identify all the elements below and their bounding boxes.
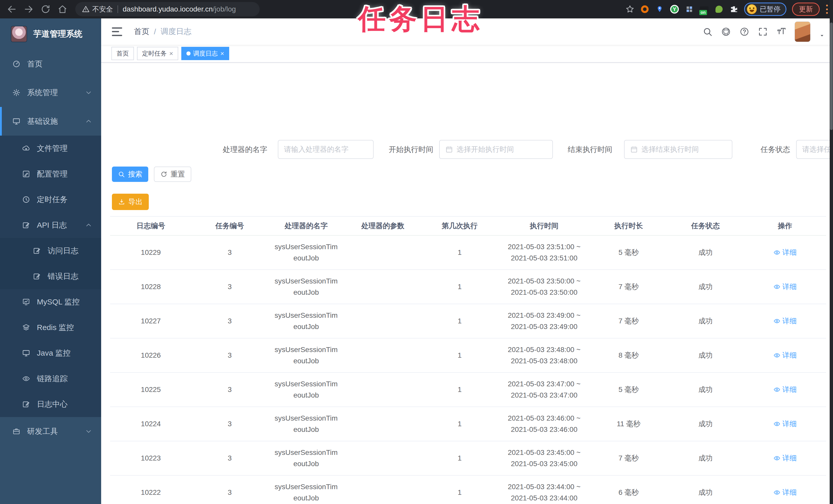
cell-param	[344, 304, 421, 338]
extensions-puzzle-icon[interactable]	[729, 5, 738, 14]
monitor-icon	[22, 349, 30, 357]
layers-icon	[22, 323, 30, 332]
sidebar-item-system-mgmt[interactable]: 系统管理	[0, 78, 101, 107]
tag-close-icon[interactable]: ×	[169, 50, 173, 57]
forward-icon[interactable]	[24, 4, 34, 14]
breadcrumb-current: 调度日志	[161, 26, 191, 37]
sidebar-item-label: 访问日志	[48, 246, 78, 256]
header-actions	[703, 19, 825, 45]
sidebar-item-label: 系统管理	[27, 87, 58, 98]
ext-grid-icon[interactable]	[685, 5, 694, 14]
avatar-caret-down-icon[interactable]	[819, 32, 825, 39]
bookmark-star-icon[interactable]	[625, 5, 635, 14]
reset-button[interactable]: 重置	[154, 167, 191, 182]
user-avatar[interactable]	[794, 22, 810, 42]
app-logo-row[interactable]: 芋道管理系统	[0, 19, 101, 50]
scrollbar-thumb[interactable]	[830, 23, 833, 130]
detail-link[interactable]: 详细	[774, 247, 797, 258]
help-icon[interactable]	[739, 27, 749, 37]
page-scrollbar[interactable]	[830, 0, 833, 504]
tag-close-icon[interactable]: ×	[220, 50, 224, 57]
sidebar-item-log-center[interactable]: 日志中心	[0, 392, 101, 417]
home-icon[interactable]	[57, 4, 68, 14]
sidebar-item-dev-tools[interactable]: 研发工具	[0, 417, 101, 446]
table-row: 102263sysUserSessionTimeoutJob12021-05-0…	[110, 338, 826, 373]
sidebar-item-error-log[interactable]: 错误日志	[0, 263, 101, 289]
browser-menu-icon[interactable]	[825, 4, 828, 15]
not-secure-label: 不安全	[92, 5, 113, 14]
tag-job-log[interactable]: 调度日志×	[181, 47, 229, 60]
breadcrumb-home[interactable]: 首页	[134, 26, 149, 37]
active-tag-dot	[186, 51, 191, 55]
browser-update-button[interactable]: 更新	[792, 3, 820, 16]
sidebar-item-java-monitor[interactable]: Java 监控	[0, 340, 101, 366]
cell-attempt: 1	[421, 270, 498, 304]
app-logo	[11, 26, 27, 42]
chevron-up-icon	[85, 222, 92, 228]
sidebar-item-redis-monitor[interactable]: Redis 监控	[0, 315, 101, 340]
detail-link[interactable]: 详细	[774, 487, 797, 498]
detail-link[interactable]: 详细	[774, 316, 797, 327]
cell-log-id: 10222	[110, 476, 192, 504]
sidebar: 芋道管理系统 首页系统管理基础设施文件管理配置管理定时任务API 日志访问日志错…	[0, 19, 101, 504]
search-button[interactable]: 搜索	[112, 167, 148, 182]
job-status-field[interactable]	[802, 145, 833, 153]
sidebar-item-api-log[interactable]: API 日志	[0, 212, 101, 238]
hamburger-icon[interactable]	[112, 27, 122, 36]
detail-link[interactable]: 详细	[774, 350, 797, 361]
sidebar-item-config-mgmt[interactable]: 配置管理	[0, 161, 101, 187]
cell-duration: 5 毫秒	[590, 236, 667, 270]
tag-home[interactable]: 首页	[111, 47, 134, 60]
tag-cron-jobs[interactable]: 定时任务×	[137, 47, 178, 60]
url-host: dashboard.yudao.iocoder.cn	[123, 5, 213, 13]
font-size-icon[interactable]	[776, 27, 786, 37]
ext-blue-pin-icon[interactable]	[655, 5, 664, 14]
url-path: /job/log	[213, 5, 236, 13]
github-icon[interactable]	[721, 27, 731, 37]
cell-attempt: 1	[421, 476, 498, 504]
back-icon[interactable]	[7, 4, 17, 14]
export-button[interactable]: 导出	[112, 194, 149, 210]
column-header-6: 执行时长	[590, 217, 667, 235]
cell-log-id: 10228	[110, 270, 192, 304]
cell-exec-time: 2021-05-03 23:47:00 ~2021-05-03 23:47:00	[498, 373, 590, 406]
gear-icon	[12, 89, 21, 97]
reload-icon[interactable]	[41, 4, 51, 14]
cell-handler: sysUserSessionTimeoutJob	[268, 338, 344, 372]
detail-link[interactable]: 详细	[774, 418, 797, 430]
column-header-2: 处理器的名字	[268, 217, 344, 235]
sidebar-item-label: 链路追踪	[37, 374, 68, 384]
cell-param	[344, 476, 421, 504]
cell-handler: sysUserSessionTimeoutJob	[268, 373, 344, 406]
job-log-table: 日志编号任务编号处理器的名字处理器的参数第几次执行执行时间执行时长任务状态操作 …	[110, 216, 826, 504]
filter-input-job-status[interactable]	[796, 140, 833, 159]
profile-paused-badge[interactable]: 已暂停	[744, 3, 786, 16]
search-icon[interactable]	[703, 27, 713, 37]
ext-on-badge-icon[interactable]: on	[699, 5, 709, 14]
sidebar-item-mysql-monitor[interactable]: MySQL 监控	[0, 289, 101, 315]
chevron-up-icon	[85, 118, 92, 125]
cell-actions: 详细	[744, 236, 826, 270]
ext-green-icon[interactable]	[714, 5, 724, 14]
cell-handler: sysUserSessionTimeoutJob	[268, 236, 344, 270]
fullscreen-icon[interactable]	[758, 27, 768, 37]
cell-param	[344, 441, 421, 475]
table-row: 102223sysUserSessionTimeoutJob12021-05-0…	[110, 476, 826, 504]
detail-link[interactable]: 详细	[774, 384, 797, 395]
sidebar-item-access-log[interactable]: 访问日志	[0, 238, 101, 263]
ext-green-check-icon[interactable]: Y	[670, 5, 679, 14]
cell-log-id: 10226	[110, 338, 192, 372]
sidebar-item-cron-jobs[interactable]: 定时任务	[0, 187, 101, 212]
sidebar-item-home[interactable]: 首页	[0, 50, 101, 78]
table-row: 102273sysUserSessionTimeoutJob12021-05-0…	[110, 304, 826, 338]
sidebar-item-infrastructure[interactable]: 基础设施	[0, 107, 101, 135]
detail-link[interactable]: 详细	[774, 281, 797, 293]
sidebar-item-trace[interactable]: 链路追踪	[0, 366, 101, 392]
ext-orange-ring-icon[interactable]	[640, 5, 649, 14]
sidebar-item-file-mgmt[interactable]: 文件管理	[0, 135, 101, 161]
eye-icon	[774, 352, 781, 359]
cell-job-id: 3	[192, 236, 268, 270]
sidebar-item-label: 日志中心	[37, 399, 68, 410]
address-bar[interactable]: 不安全 dashboard.yudao.iocoder.cn/job/log	[75, 2, 260, 16]
detail-link[interactable]: 详细	[774, 453, 797, 464]
